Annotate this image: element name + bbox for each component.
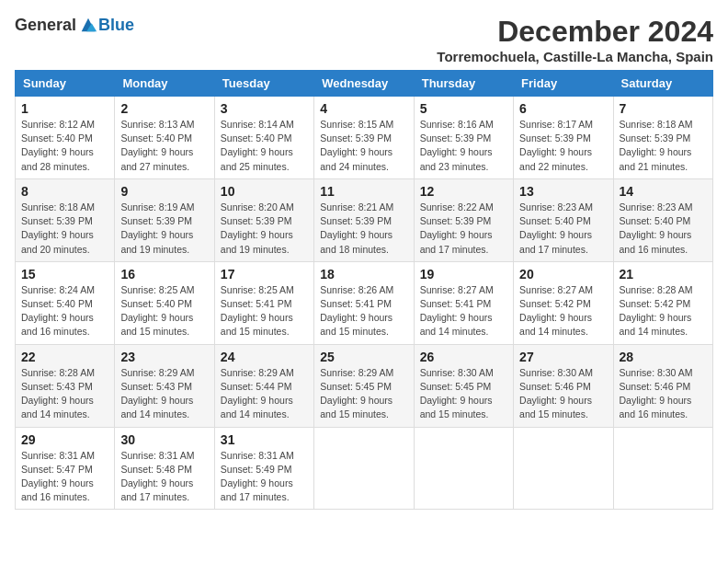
day-number: 24 <box>221 350 308 364</box>
calendar-cell: 8Sunrise: 8:18 AMSunset: 5:39 PMDaylight… <box>16 178 115 261</box>
column-header-tuesday: Tuesday <box>214 71 313 97</box>
cell-info: Sunrise: 8:21 AMSunset: 5:39 PMDaylight:… <box>320 201 407 257</box>
calendar-week-3: 15Sunrise: 8:24 AMSunset: 5:40 PMDayligh… <box>16 261 713 344</box>
cell-info: Sunrise: 8:16 AMSunset: 5:39 PMDaylight:… <box>420 118 507 174</box>
calendar-cell: 11Sunrise: 8:21 AMSunset: 5:39 PMDayligh… <box>314 178 414 261</box>
cell-info: Sunrise: 8:30 AMSunset: 5:46 PMDaylight:… <box>519 366 607 422</box>
cell-info: Sunrise: 8:29 AMSunset: 5:45 PMDaylight:… <box>320 366 407 422</box>
day-number: 25 <box>320 350 407 364</box>
cell-info: Sunrise: 8:14 AMSunset: 5:40 PMDaylight:… <box>221 118 308 174</box>
cell-info: Sunrise: 8:29 AMSunset: 5:44 PMDaylight:… <box>221 366 308 422</box>
day-number: 3 <box>221 101 308 116</box>
calendar-cell: 14Sunrise: 8:23 AMSunset: 5:40 PMDayligh… <box>613 178 712 261</box>
calendar-week-1: 1Sunrise: 8:12 AMSunset: 5:40 PMDaylight… <box>16 97 713 179</box>
cell-info: Sunrise: 8:19 AMSunset: 5:39 PMDaylight:… <box>120 201 208 257</box>
calendar-header-row: SundayMondayTuesdayWednesdayThursdayFrid… <box>16 71 713 97</box>
title-block: December 2024 Torremochuela, Castille-La… <box>437 15 713 64</box>
day-number: 4 <box>320 101 407 116</box>
calendar-cell: 20Sunrise: 8:27 AMSunset: 5:42 PMDayligh… <box>514 261 613 344</box>
calendar-cell: 17Sunrise: 8:25 AMSunset: 5:41 PMDayligh… <box>214 261 313 344</box>
cell-info: Sunrise: 8:29 AMSunset: 5:43 PMDaylight:… <box>120 366 208 422</box>
calendar-cell <box>414 427 513 510</box>
day-number: 28 <box>620 350 707 364</box>
day-number: 5 <box>420 101 507 116</box>
day-number: 23 <box>120 350 208 364</box>
cell-info: Sunrise: 8:27 AMSunset: 5:42 PMDaylight:… <box>519 283 607 339</box>
column-header-wednesday: Wednesday <box>314 71 414 97</box>
cell-info: Sunrise: 8:27 AMSunset: 5:41 PMDaylight:… <box>420 283 507 339</box>
month-title: December 2024 <box>437 15 713 49</box>
day-number: 16 <box>120 267 208 282</box>
day-number: 29 <box>21 432 108 447</box>
day-number: 13 <box>519 184 607 199</box>
column-header-thursday: Thursday <box>414 71 513 97</box>
calendar-cell: 16Sunrise: 8:25 AMSunset: 5:40 PMDayligh… <box>115 261 214 344</box>
day-number: 22 <box>21 350 108 364</box>
calendar-table: SundayMondayTuesdayWednesdayThursdayFrid… <box>15 70 713 510</box>
calendar-cell: 18Sunrise: 8:26 AMSunset: 5:41 PMDayligh… <box>314 261 414 344</box>
column-header-monday: Monday <box>115 71 214 97</box>
cell-info: Sunrise: 8:25 AMSunset: 5:41 PMDaylight:… <box>221 283 308 339</box>
cell-info: Sunrise: 8:26 AMSunset: 5:41 PMDaylight:… <box>320 283 407 339</box>
calendar-cell: 6Sunrise: 8:17 AMSunset: 5:39 PMDaylight… <box>514 97 613 179</box>
calendar-cell: 29Sunrise: 8:31 AMSunset: 5:47 PMDayligh… <box>16 427 115 510</box>
calendar-cell: 1Sunrise: 8:12 AMSunset: 5:40 PMDaylight… <box>16 97 115 179</box>
calendar-cell: 25Sunrise: 8:29 AMSunset: 5:45 PMDayligh… <box>314 344 414 427</box>
calendar-cell <box>314 427 414 510</box>
day-number: 8 <box>21 184 108 199</box>
cell-info: Sunrise: 8:30 AMSunset: 5:46 PMDaylight:… <box>620 366 707 422</box>
calendar-cell: 13Sunrise: 8:23 AMSunset: 5:40 PMDayligh… <box>514 178 613 261</box>
calendar-cell: 24Sunrise: 8:29 AMSunset: 5:44 PMDayligh… <box>214 344 313 427</box>
calendar-cell: 23Sunrise: 8:29 AMSunset: 5:43 PMDayligh… <box>115 344 214 427</box>
column-header-friday: Friday <box>514 71 613 97</box>
calendar-cell: 5Sunrise: 8:16 AMSunset: 5:39 PMDaylight… <box>414 97 513 179</box>
calendar-cell: 4Sunrise: 8:15 AMSunset: 5:39 PMDaylight… <box>314 97 414 179</box>
calendar-cell: 2Sunrise: 8:13 AMSunset: 5:40 PMDaylight… <box>115 97 214 179</box>
cell-info: Sunrise: 8:18 AMSunset: 5:39 PMDaylight:… <box>620 118 707 174</box>
calendar-cell: 21Sunrise: 8:28 AMSunset: 5:42 PMDayligh… <box>613 261 712 344</box>
calendar-cell: 15Sunrise: 8:24 AMSunset: 5:40 PMDayligh… <box>16 261 115 344</box>
day-number: 15 <box>21 267 108 282</box>
cell-info: Sunrise: 8:28 AMSunset: 5:43 PMDaylight:… <box>21 366 108 422</box>
calendar-cell: 31Sunrise: 8:31 AMSunset: 5:49 PMDayligh… <box>214 427 313 510</box>
logo-general: General <box>15 16 76 35</box>
calendar-cell <box>613 427 712 510</box>
logo-icon <box>78 15 98 35</box>
cell-info: Sunrise: 8:23 AMSunset: 5:40 PMDaylight:… <box>519 201 607 257</box>
location-title: Torremochuela, Castille-La Mancha, Spain <box>437 49 713 64</box>
cell-info: Sunrise: 8:20 AMSunset: 5:39 PMDaylight:… <box>221 201 308 257</box>
day-number: 31 <box>221 432 308 447</box>
calendar-cell: 30Sunrise: 8:31 AMSunset: 5:48 PMDayligh… <box>115 427 214 510</box>
calendar-week-2: 8Sunrise: 8:18 AMSunset: 5:39 PMDaylight… <box>16 178 713 261</box>
day-number: 30 <box>120 432 208 447</box>
calendar-cell: 3Sunrise: 8:14 AMSunset: 5:40 PMDaylight… <box>214 97 313 179</box>
calendar-cell: 26Sunrise: 8:30 AMSunset: 5:45 PMDayligh… <box>414 344 513 427</box>
calendar-cell: 28Sunrise: 8:30 AMSunset: 5:46 PMDayligh… <box>613 344 712 427</box>
day-number: 14 <box>620 184 707 199</box>
calendar-cell: 7Sunrise: 8:18 AMSunset: 5:39 PMDaylight… <box>613 97 712 179</box>
day-number: 6 <box>519 101 607 116</box>
cell-info: Sunrise: 8:22 AMSunset: 5:39 PMDaylight:… <box>420 201 507 257</box>
day-number: 9 <box>120 184 208 199</box>
day-number: 20 <box>519 267 607 282</box>
day-number: 18 <box>320 267 407 282</box>
calendar-cell: 22Sunrise: 8:28 AMSunset: 5:43 PMDayligh… <box>16 344 115 427</box>
cell-info: Sunrise: 8:31 AMSunset: 5:47 PMDaylight:… <box>21 449 108 505</box>
calendar-cell: 9Sunrise: 8:19 AMSunset: 5:39 PMDaylight… <box>115 178 214 261</box>
calendar-cell: 12Sunrise: 8:22 AMSunset: 5:39 PMDayligh… <box>414 178 513 261</box>
day-number: 27 <box>519 350 607 364</box>
calendar-week-5: 29Sunrise: 8:31 AMSunset: 5:47 PMDayligh… <box>16 427 713 510</box>
cell-info: Sunrise: 8:30 AMSunset: 5:45 PMDaylight:… <box>420 366 507 422</box>
day-number: 2 <box>120 101 208 116</box>
day-number: 19 <box>420 267 507 282</box>
cell-info: Sunrise: 8:17 AMSunset: 5:39 PMDaylight:… <box>519 118 607 174</box>
cell-info: Sunrise: 8:25 AMSunset: 5:40 PMDaylight:… <box>120 283 208 339</box>
cell-info: Sunrise: 8:18 AMSunset: 5:39 PMDaylight:… <box>21 201 108 257</box>
cell-info: Sunrise: 8:31 AMSunset: 5:48 PMDaylight:… <box>120 449 208 505</box>
calendar-cell <box>514 427 613 510</box>
day-number: 11 <box>320 184 407 199</box>
calendar-cell: 19Sunrise: 8:27 AMSunset: 5:41 PMDayligh… <box>414 261 513 344</box>
cell-info: Sunrise: 8:23 AMSunset: 5:40 PMDaylight:… <box>620 201 707 257</box>
day-number: 21 <box>620 267 707 282</box>
day-number: 12 <box>420 184 507 199</box>
